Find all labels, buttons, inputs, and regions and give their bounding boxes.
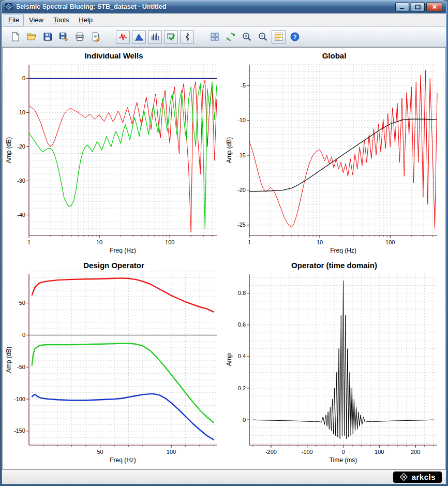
status-bar: arkcls (2, 469, 446, 484)
qc-check-icon (166, 32, 176, 42)
svg-text:Freq (Hz): Freq (Hz) (110, 247, 136, 254)
chart-title: Global (322, 51, 347, 62)
print-button[interactable] (72, 30, 86, 44)
toolbar-group-view: ? (207, 30, 302, 44)
refresh-icon (226, 32, 236, 42)
svg-text:0.6: 0.6 (238, 321, 246, 328)
trace-button[interactable] (180, 30, 194, 44)
window-title: Seismic Spectral Blueing: STB_dataset - … (16, 3, 166, 10)
minimize-button[interactable] (395, 3, 409, 11)
svg-text:0.8: 0.8 (238, 290, 246, 296)
help-icon: ? (290, 32, 300, 42)
svg-text:100: 100 (167, 449, 176, 455)
operator-time-plot[interactable]: -200-100010020000.20.40.60.8Time (ms)Amp (225, 271, 444, 465)
zoom-out-button[interactable] (256, 30, 270, 44)
spectrum-button[interactable] (132, 30, 146, 44)
chart-title: Individual Wells (84, 51, 143, 62)
svg-text:-100: -100 (14, 396, 25, 402)
svg-text:0: 0 (22, 75, 25, 81)
help-button[interactable]: ? (288, 30, 302, 44)
legend-button[interactable] (272, 30, 286, 44)
svg-text:-40: -40 (17, 212, 25, 218)
svg-text:1: 1 (248, 239, 251, 245)
legend-icon (274, 32, 284, 42)
svg-text:0: 0 (243, 417, 246, 423)
toolbar-group-analysis (116, 30, 194, 44)
save-as-button[interactable] (56, 30, 70, 44)
report-icon (91, 32, 101, 42)
arkcls-logo-icon (399, 473, 408, 481)
histogram-icon (150, 32, 160, 42)
zoom-in-icon (242, 32, 252, 42)
menu-file[interactable]: File (4, 14, 24, 26)
menu-tools[interactable]: Tools (49, 14, 73, 26)
menu-view[interactable]: View (24, 14, 48, 26)
close-button[interactable] (426, 3, 442, 11)
tile-windows-icon (210, 32, 220, 42)
brand-text: arkcls (412, 473, 436, 481)
wavelet-button[interactable] (116, 30, 130, 44)
svg-text:100: 100 (385, 239, 395, 245)
svg-text:-20: -20 (237, 187, 246, 193)
menu-help[interactable]: Help (74, 14, 97, 26)
report-button[interactable] (88, 30, 102, 44)
chart-area: Individual Wells 1101000-10-20-30-40Freq… (2, 47, 446, 469)
global-plot[interactable]: 110100-5-10-15-20-25Freq (Hz)Amp (dB) (225, 62, 444, 255)
new-button[interactable] (8, 30, 22, 44)
zoom-out-icon (258, 32, 268, 42)
refresh-button[interactable] (223, 30, 237, 44)
chart-operator-time-domain: Operator (time domain) -200-100010020000… (224, 258, 444, 468)
save-button[interactable] (40, 30, 54, 44)
svg-text:50: 50 (19, 300, 25, 306)
svg-text:Freq (Hz): Freq (Hz) (330, 247, 356, 254)
titlebar[interactable]: Seismic Spectral Blueing: STB_dataset - … (2, 0, 446, 13)
app-icon (5, 3, 13, 11)
chart-title: Design Operator (83, 261, 144, 271)
design-operator-plot[interactable]: 50100500-50-100-150Freq (Hz)Amp (dB) (4, 271, 223, 465)
svg-text:1: 1 (27, 239, 31, 245)
chart-global: Global 110100-5-10-15-20-25Freq (Hz)Amp … (224, 49, 444, 258)
svg-text:-30: -30 (17, 178, 25, 184)
menubar: File View Tools Help (2, 13, 446, 27)
arkcls-badge: arkcls (393, 472, 442, 483)
svg-text:0.2: 0.2 (238, 385, 246, 391)
svg-text:10: 10 (317, 239, 323, 245)
open-button[interactable] (24, 30, 38, 44)
svg-text:Amp (dB): Amp (dB) (5, 347, 12, 373)
chart-design-operator: Design Operator 50100500-50-100-150Freq … (4, 258, 224, 468)
svg-text:Time (ms): Time (ms) (330, 456, 357, 464)
toolbar-group-file (8, 30, 102, 44)
wavelet-icon (118, 32, 128, 42)
svg-text:-200: -200 (265, 449, 277, 455)
svg-text:-20: -20 (17, 143, 25, 150)
zoom-in-button[interactable] (240, 30, 253, 44)
chart-individual-wells: Individual Wells 1101000-10-20-30-40Freq… (4, 49, 224, 258)
seismic-trace-icon (182, 32, 192, 42)
histogram-button[interactable] (148, 30, 162, 44)
maximize-button[interactable] (411, 3, 425, 11)
open-folder-icon (26, 32, 37, 42)
new-document-icon (10, 32, 21, 42)
tile-windows-button[interactable] (207, 30, 221, 44)
svg-text:Amp (dB): Amp (dB) (5, 137, 12, 164)
svg-text:-50: -50 (17, 364, 25, 370)
svg-text:-25: -25 (237, 222, 246, 228)
individual-wells-plot[interactable]: 1101000-10-20-30-40Freq (Hz)Amp (dB) (4, 62, 223, 255)
svg-text:-150: -150 (14, 428, 25, 434)
chart-title: Operator (time domain) (291, 261, 377, 271)
svg-text:100: 100 (375, 449, 384, 455)
qc-button[interactable] (164, 30, 178, 44)
save-icon (42, 32, 53, 42)
spectrum-icon (134, 32, 144, 42)
svg-text:100: 100 (165, 239, 174, 245)
toolbar: ? (2, 27, 446, 47)
svg-text:?: ? (293, 34, 296, 40)
maximize-icon (415, 5, 421, 9)
svg-text:0.4: 0.4 (238, 353, 246, 359)
svg-text:10: 10 (96, 239, 102, 245)
print-icon (74, 32, 85, 42)
minimize-icon (399, 5, 405, 9)
svg-text:-15: -15 (237, 152, 246, 158)
save-as-icon (58, 32, 69, 42)
svg-text:0: 0 (341, 449, 345, 455)
